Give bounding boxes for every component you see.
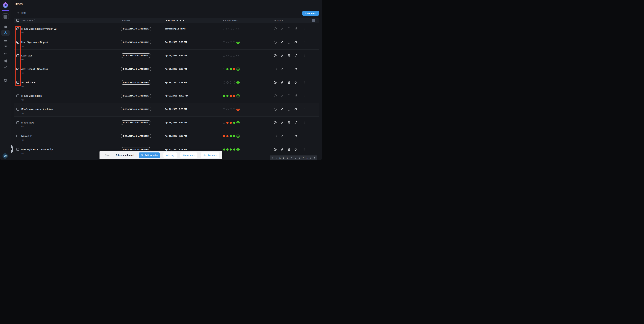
table-row[interactable]: Nested IFv3DEBADITYA.CHATTERJEEApr 16, 2… [14,130,319,144]
pagination-next[interactable] [309,156,313,160]
run-status-dot-none[interactable] [226,108,228,110]
add-to-button[interactable] [287,134,290,138]
pagination-page-1[interactable]: 1 [278,156,282,160]
run-status-dot-none[interactable] [223,68,225,70]
pagination-page-6[interactable]: 6 [297,156,301,160]
run-status-dot-pass[interactable] [233,135,235,137]
run-status-dot-none[interactable] [230,81,232,84]
run-test-button[interactable] [274,67,277,71]
pagination-ellipsis[interactable]: … [305,156,309,160]
add-to-button[interactable] [287,94,290,98]
sidebar-item-settings[interactable] [0,77,11,83]
tag-test-button[interactable] [294,121,298,124]
sidebar-item-test-tubes[interactable] [0,44,11,50]
row-checkbox[interactable] [16,148,19,151]
run-status-dot-fail[interactable] [233,68,235,70]
create-test-button[interactable]: Create test [302,11,319,16]
table-row[interactable]: User Sign In and Depositv0DEBADITYA.CHAT… [14,36,319,50]
run-status-dot-none[interactable] [223,108,225,110]
run-status-dot-none[interactable] [226,55,228,57]
tag-test-button[interactable] [294,94,298,98]
run-status-dot-pass[interactable] [230,149,232,151]
edit-test-button[interactable] [280,148,284,151]
sidebar-item-flask[interactable] [0,30,11,36]
run-test-button[interactable] [274,148,277,151]
run-status-dot-none[interactable] [233,28,235,30]
archive-tests-button[interactable]: Archive tests [201,153,219,158]
table-row[interactable]: Login testv0DEBADITYA.CHATTERJEEApr 29, … [14,50,319,63]
run-test-button[interactable] [274,81,277,84]
row-checkbox[interactable] [16,68,19,70]
more-options-button[interactable] [303,67,306,71]
run-status-dot-none[interactable] [226,81,228,84]
row-checkbox[interactable] [16,135,19,137]
run-status-dot-pass[interactable] [233,149,235,151]
run-status-dot-pass[interactable] [223,149,225,151]
add-to-suite-button[interactable]: Add to suite [138,153,160,158]
add-to-button[interactable] [287,108,290,111]
column-header-test-name[interactable]: TEST NAME [21,18,35,23]
run-status-dot-pass-latest[interactable] [236,148,240,151]
more-options-button[interactable] [303,94,306,98]
run-status-dot-pass-latest[interactable] [236,94,240,98]
edit-test-button[interactable] [280,108,284,111]
app-logo[interactable]: AI [3,2,8,8]
test-name[interactable]: AIC: Deposit - Save task [21,68,48,71]
tag-test-button[interactable] [294,40,298,44]
run-test-button[interactable] [274,94,277,98]
row-checkbox[interactable] [16,121,19,124]
pagination-page-5[interactable]: 5 [294,156,297,160]
run-test-button[interactable] [274,40,277,44]
tag-test-button[interactable] [294,81,298,84]
tag-test-button[interactable] [294,148,298,151]
run-status-dot-none[interactable] [230,108,232,110]
table-row[interactable]: AI Task Savev0DEBADITYA.CHATTERJEEApr 29… [14,76,319,90]
edit-test-button[interactable] [280,54,284,57]
tag-test-button[interactable] [294,134,298,138]
add-to-button[interactable] [287,54,290,57]
pagination-prev[interactable] [274,156,278,160]
edit-test-button[interactable] [280,134,284,138]
edit-test-button[interactable] [280,121,284,124]
run-status-dot-none[interactable] [236,28,238,30]
run-status-dot-none[interactable] [226,41,228,43]
sidebar-item-checklist[interactable] [0,51,11,57]
run-status-dot-pass[interactable] [230,68,232,70]
add-to-button[interactable] [287,40,290,44]
run-status-dot-fail[interactable] [230,95,232,97]
run-test-button[interactable] [274,134,277,138]
row-checkbox[interactable] [16,27,19,30]
add-to-button[interactable] [287,81,290,84]
edit-test-button[interactable] [280,81,284,84]
sidebar-item-camera[interactable] [0,64,11,70]
column-header-creator[interactable]: CREATOR [121,18,132,23]
run-status-dot-none[interactable] [223,81,225,84]
clear-selection-button[interactable]: Clear [105,154,110,157]
more-options-button[interactable] [303,27,306,30]
run-status-dot-none[interactable] [230,55,232,57]
pagination-last[interactable] [313,156,317,160]
sidebar-item-home[interactable] [0,23,11,29]
column-settings-icon[interactable] [312,19,315,22]
test-name[interactable]: IF and Copilot task [21,95,42,97]
filter-button[interactable]: Filter [17,11,26,14]
run-status-dot-none[interactable] [233,41,235,43]
tag-test-button[interactable] [294,67,298,71]
add-to-button[interactable] [287,148,290,151]
test-name[interactable]: AI Task Save [21,81,36,84]
run-status-dot-fail[interactable] [226,122,228,124]
more-options-button[interactable] [303,148,306,151]
more-options-button[interactable] [303,108,306,111]
run-status-dot-none[interactable] [233,108,235,110]
run-test-button[interactable] [274,108,277,111]
run-status-dot-none[interactable] [223,55,225,57]
run-status-dot-pass-latest[interactable] [236,135,240,138]
column-header-creation-date[interactable]: CREATION DATE [165,18,184,23]
workspace-switcher[interactable]: D [2,13,9,20]
test-name[interactable]: Nested IF [21,135,32,138]
tag-test-button[interactable] [294,54,298,57]
test-name[interactable]: User Sign In and Deposit [21,41,48,44]
add-tag-button[interactable]: Add tag [164,153,177,158]
row-checkbox[interactable] [16,81,19,84]
row-checkbox[interactable] [16,54,19,57]
